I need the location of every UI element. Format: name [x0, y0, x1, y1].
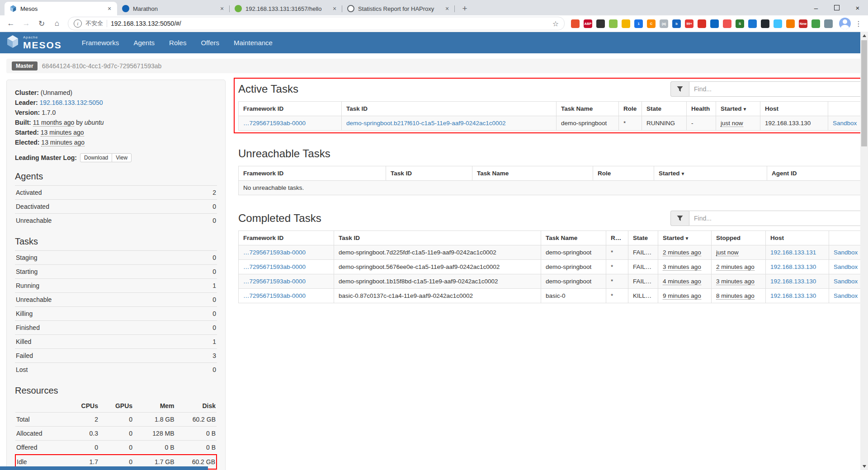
- col-agent-id[interactable]: Agent ID: [767, 166, 868, 181]
- sandbox-link[interactable]: Sandbox: [834, 278, 858, 285]
- resources-title: Resources: [15, 385, 217, 396]
- col-host[interactable]: Host: [760, 102, 828, 116]
- extension-icon-05[interactable]: [622, 19, 630, 28]
- tab-mesos[interactable]: Mesos ×: [5, 2, 117, 15]
- sandbox-link[interactable]: Sandbox: [833, 120, 857, 127]
- extension-icon-06[interactable]: 1: [634, 19, 643, 28]
- extension-icon-02[interactable]: ABP: [584, 19, 592, 28]
- sandbox-link[interactable]: Sandbox: [834, 292, 858, 299]
- col-started[interactable]: Started▼: [658, 231, 712, 245]
- back-icon[interactable]: ←: [4, 16, 18, 31]
- nav-agents[interactable]: Agents: [126, 32, 162, 53]
- extension-icon-15[interactable]: [748, 19, 757, 28]
- col-task-name[interactable]: Task Name: [472, 166, 593, 181]
- extension-icon-18[interactable]: [786, 19, 795, 28]
- window-minimize-button[interactable]: –: [806, 0, 826, 15]
- col-task-id[interactable]: Task ID: [386, 166, 472, 181]
- extension-icon-03[interactable]: [596, 19, 605, 28]
- extension-icon-07[interactable]: C: [647, 19, 656, 28]
- extension-icon-20[interactable]: [811, 19, 820, 28]
- host-link[interactable]: 192.168.133.130: [770, 278, 816, 285]
- col-stopped[interactable]: Stopped: [712, 231, 766, 245]
- browser-menu-icon[interactable]: ⋮: [853, 18, 864, 29]
- framework-id-link[interactable]: …7295671593ab-0000: [243, 263, 306, 270]
- tab-close-icon[interactable]: ×: [218, 5, 226, 13]
- scrollbar-up-arrow[interactable]: [860, 32, 868, 39]
- extension-icon-17[interactable]: [774, 19, 782, 28]
- view-log-button[interactable]: View: [112, 153, 132, 162]
- col-task-name[interactable]: Task Name: [557, 102, 619, 116]
- col-task-name[interactable]: Task Name: [541, 231, 606, 245]
- profile-avatar[interactable]: [839, 18, 851, 29]
- mesos-logo[interactable]: Apache MESOS: [6, 35, 62, 50]
- nav-frameworks[interactable]: Frameworks: [75, 32, 127, 53]
- stat-value: 0: [192, 265, 217, 279]
- extension-icon-08[interactable]: (a): [660, 19, 668, 28]
- col-role[interactable]: Role: [619, 102, 642, 116]
- host-link[interactable]: 192.168.133.130: [770, 292, 816, 299]
- task-id-link[interactable]: demo-springboot.b217f610-c1a5-11e9-aaf9-…: [346, 120, 506, 127]
- framework-id-link[interactable]: …7295671593ab-0000: [243, 292, 306, 299]
- extension-icon-01[interactable]: [571, 19, 580, 28]
- completed-tasks-find-input[interactable]: [689, 211, 868, 226]
- tab-close-icon[interactable]: ×: [105, 5, 113, 13]
- refresh-icon[interactable]: ↻: [34, 16, 49, 31]
- extension-icon-13[interactable]: [723, 19, 731, 28]
- col-started[interactable]: Started▼: [716, 102, 760, 116]
- info-icon[interactable]: i: [74, 19, 82, 28]
- resource-label: Allocated: [15, 427, 60, 441]
- framework-id-link[interactable]: …7295671593ab-0000: [243, 120, 306, 127]
- extension-icon-10[interactable]: 99+: [685, 19, 693, 28]
- tab-marathon[interactable]: Marathon ×: [117, 2, 230, 15]
- tab-haproxy[interactable]: Statistics Report for HAProxy ×: [342, 2, 455, 15]
- col-role[interactable]: Role: [606, 231, 628, 245]
- extension-icon-19[interactable]: New: [799, 19, 807, 28]
- scrollbar-down-arrow[interactable]: [860, 462, 868, 470]
- nav-maintenance[interactable]: Maintenance: [226, 32, 280, 53]
- download-log-button[interactable]: Download: [80, 153, 112, 162]
- col-task-id[interactable]: Task ID: [334, 231, 541, 245]
- nav-roles[interactable]: Roles: [162, 32, 193, 53]
- col-state[interactable]: State: [628, 231, 658, 245]
- bookmark-star-icon[interactable]: ☆: [552, 19, 559, 28]
- table-row: Activated 2: [15, 186, 217, 200]
- table-row: Unreachable 0: [15, 214, 217, 228]
- scrollbar-thumb[interactable]: [861, 40, 867, 146]
- home-icon[interactable]: ⌂: [50, 16, 64, 31]
- extension-icon-14[interactable]: S: [736, 19, 744, 28]
- extension-icon-11[interactable]: [698, 19, 706, 28]
- tab-close-icon[interactable]: ×: [330, 5, 339, 13]
- new-tab-button[interactable]: +: [458, 2, 471, 15]
- host-link[interactable]: 192.168.133.131: [770, 249, 816, 256]
- version-value: 1.7.0: [42, 109, 56, 116]
- extension-icon-21[interactable]: [824, 19, 833, 28]
- window-maximize-button[interactable]: [826, 0, 847, 15]
- host-link[interactable]: 192.168.133.130: [770, 263, 816, 270]
- col-started[interactable]: Started▼: [654, 166, 767, 181]
- extension-icon-04[interactable]: [609, 19, 618, 28]
- address-bar[interactable]: i 不安全 192.168.133.132:5050/#/ ☆: [68, 17, 565, 30]
- page-scrollbar[interactable]: [860, 32, 868, 470]
- col-framework-id[interactable]: Framework ID: [239, 231, 334, 245]
- col-state[interactable]: State: [642, 102, 687, 116]
- framework-id-link[interactable]: …7295671593ab-0000: [243, 249, 306, 256]
- leader-link[interactable]: 192.168.133.132:5050: [39, 99, 103, 106]
- col-framework-id[interactable]: Framework ID: [239, 102, 342, 116]
- extension-icon-16[interactable]: [761, 19, 769, 28]
- col-health[interactable]: Health: [687, 102, 716, 116]
- extension-icon-09[interactable]: b: [672, 19, 681, 28]
- col-role[interactable]: Role: [593, 166, 654, 181]
- nav-offers[interactable]: Offers: [193, 32, 226, 53]
- forward-icon[interactable]: →: [19, 16, 33, 31]
- sandbox-link[interactable]: Sandbox: [834, 263, 858, 270]
- col-framework-id[interactable]: Framework ID: [239, 166, 386, 181]
- active-tasks-find-input[interactable]: [689, 81, 868, 97]
- extension-icon-12[interactable]: [710, 19, 719, 28]
- tab-close-icon[interactable]: ×: [443, 5, 451, 13]
- tab-hello[interactable]: 192.168.133.131:31657/hello ×: [230, 2, 342, 15]
- col-host[interactable]: Host: [766, 231, 829, 245]
- sandbox-link[interactable]: Sandbox: [834, 249, 858, 256]
- window-close-button[interactable]: ×: [847, 0, 868, 15]
- framework-id-link[interactable]: …7295671593ab-0000: [243, 278, 306, 285]
- col-task-id[interactable]: Task ID: [342, 102, 557, 116]
